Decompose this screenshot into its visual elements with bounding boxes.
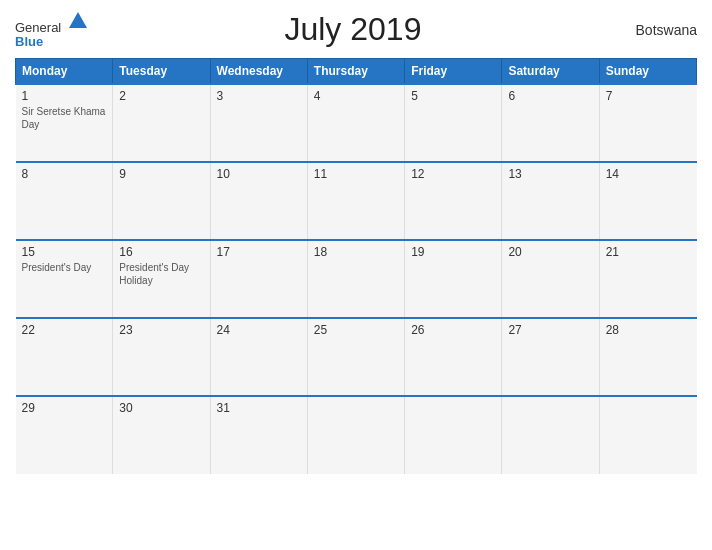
page-title: July 2019	[89, 11, 617, 48]
day-number: 30	[119, 401, 203, 415]
logo-text: General Blue	[15, 10, 89, 50]
calendar-header: Monday Tuesday Wednesday Thursday Friday…	[16, 58, 697, 84]
weekday-header-row: Monday Tuesday Wednesday Thursday Friday…	[16, 58, 697, 84]
day-number: 27	[508, 323, 592, 337]
day-number: 19	[411, 245, 495, 259]
calendar-cell: 8	[16, 162, 113, 240]
day-number: 5	[411, 89, 495, 103]
holiday-label: President's Day	[22, 262, 92, 273]
col-friday: Friday	[405, 58, 502, 84]
day-number: 25	[314, 323, 398, 337]
calendar-cell: 1Sir Seretse Khama Day	[16, 84, 113, 162]
col-wednesday: Wednesday	[210, 58, 307, 84]
svg-marker-0	[69, 12, 87, 28]
logo-triangle-icon	[67, 10, 89, 32]
calendar-cell: 3	[210, 84, 307, 162]
day-number: 1	[22, 89, 107, 103]
day-number: 10	[217, 167, 301, 181]
calendar-cell: 22	[16, 318, 113, 396]
calendar-cell: 26	[405, 318, 502, 396]
calendar-cell: 10	[210, 162, 307, 240]
calendar-cell: 2	[113, 84, 210, 162]
logo-general: General	[15, 20, 61, 35]
day-number: 18	[314, 245, 398, 259]
day-number: 9	[119, 167, 203, 181]
day-number: 14	[606, 167, 691, 181]
calendar-cell: 31	[210, 396, 307, 474]
logo: General Blue	[15, 10, 89, 50]
calendar-page: General Blue July 2019 Botswana Monday T…	[0, 0, 712, 550]
calendar-cell: 5	[405, 84, 502, 162]
day-number: 16	[119, 245, 203, 259]
calendar-week-row: 293031	[16, 396, 697, 474]
day-number: 7	[606, 89, 691, 103]
day-number: 22	[22, 323, 107, 337]
holiday-label: President's Day Holiday	[119, 262, 189, 286]
day-number: 23	[119, 323, 203, 337]
calendar-cell: 6	[502, 84, 599, 162]
calendar-cell	[405, 396, 502, 474]
day-number: 2	[119, 89, 203, 103]
calendar-cell: 16President's Day Holiday	[113, 240, 210, 318]
country-label: Botswana	[617, 22, 697, 38]
day-number: 29	[22, 401, 107, 415]
calendar-cell: 15President's Day	[16, 240, 113, 318]
calendar-cell: 18	[307, 240, 404, 318]
calendar-cell: 7	[599, 84, 696, 162]
calendar-cell: 21	[599, 240, 696, 318]
col-thursday: Thursday	[307, 58, 404, 84]
col-saturday: Saturday	[502, 58, 599, 84]
col-sunday: Sunday	[599, 58, 696, 84]
calendar-cell: 25	[307, 318, 404, 396]
calendar-cell: 20	[502, 240, 599, 318]
calendar-cell: 23	[113, 318, 210, 396]
col-tuesday: Tuesday	[113, 58, 210, 84]
calendar-cell: 29	[16, 396, 113, 474]
header: General Blue July 2019 Botswana	[15, 10, 697, 50]
calendar-cell	[599, 396, 696, 474]
calendar-cell: 4	[307, 84, 404, 162]
calendar-cell: 24	[210, 318, 307, 396]
day-number: 8	[22, 167, 107, 181]
col-monday: Monday	[16, 58, 113, 84]
calendar-week-row: 1Sir Seretse Khama Day234567	[16, 84, 697, 162]
calendar-cell: 19	[405, 240, 502, 318]
calendar-cell: 12	[405, 162, 502, 240]
day-number: 28	[606, 323, 691, 337]
day-number: 21	[606, 245, 691, 259]
calendar-cell: 14	[599, 162, 696, 240]
calendar-cell: 11	[307, 162, 404, 240]
day-number: 12	[411, 167, 495, 181]
logo-blue: Blue	[15, 34, 43, 49]
calendar-week-row: 15President's Day16President's Day Holid…	[16, 240, 697, 318]
calendar-cell	[502, 396, 599, 474]
calendar-body: 1Sir Seretse Khama Day234567891011121314…	[16, 84, 697, 474]
day-number: 3	[217, 89, 301, 103]
day-number: 11	[314, 167, 398, 181]
calendar-week-row: 891011121314	[16, 162, 697, 240]
calendar-cell: 30	[113, 396, 210, 474]
calendar-cell: 9	[113, 162, 210, 240]
day-number: 15	[22, 245, 107, 259]
calendar-cell: 17	[210, 240, 307, 318]
day-number: 13	[508, 167, 592, 181]
day-number: 6	[508, 89, 592, 103]
calendar-cell	[307, 396, 404, 474]
day-number: 24	[217, 323, 301, 337]
calendar-cell: 13	[502, 162, 599, 240]
holiday-label: Sir Seretse Khama Day	[22, 106, 106, 130]
calendar-week-row: 22232425262728	[16, 318, 697, 396]
calendar-table: Monday Tuesday Wednesday Thursday Friday…	[15, 58, 697, 474]
day-number: 4	[314, 89, 398, 103]
day-number: 20	[508, 245, 592, 259]
day-number: 26	[411, 323, 495, 337]
calendar-cell: 28	[599, 318, 696, 396]
calendar-cell: 27	[502, 318, 599, 396]
day-number: 31	[217, 401, 301, 415]
day-number: 17	[217, 245, 301, 259]
